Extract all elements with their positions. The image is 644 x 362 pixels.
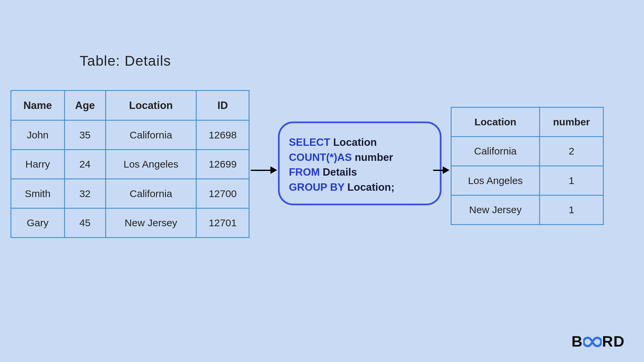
col-number: number [540,107,603,137]
table-row: Los Angeles 1 [451,166,603,195]
col-location: Location [106,90,197,120]
sql-keyword: GROUP BY [289,181,344,192]
cell: 45 [64,208,106,238]
col-id: ID [196,90,249,120]
sql-text: Location [330,136,377,148]
sql-query-box: SELECT Location COUNT(*)AS number FROM D… [278,122,442,205]
cell: 32 [64,179,106,208]
sql-keyword: SELECT [289,136,330,148]
details-table: Name Age Location ID John 35 California … [10,90,250,238]
table-row: Gary 45 New Jersey 12701 [11,208,249,238]
sql-keyword: FROM [289,166,320,178]
brand-part2: RD [602,333,625,351]
infinity-icon [583,337,602,348]
table-row: John 35 California 12698 [11,120,249,150]
cell: 12700 [196,179,249,208]
sql-keyword: COUNT(*)AS [289,151,352,163]
cell: 1 [540,166,603,195]
cell: New Jersey [106,208,197,238]
sql-text: number [352,151,393,163]
cell: Smith [11,179,65,208]
brand-part1: B [572,333,583,351]
table-header-row: Name Age Location ID [11,90,249,120]
cell: 12701 [196,208,249,238]
brand-logo: B RD [572,333,625,351]
col-name: Name [11,90,65,120]
cell: 35 [64,120,106,150]
table-row: Harry 24 Los Angeles 12699 [11,149,249,179]
cell: Gary [11,208,65,238]
cell: New Jersey [451,195,540,225]
cell: California [451,137,540,166]
cell: 2 [540,137,603,166]
cell: California [106,120,197,150]
sql-text: Location; [344,181,394,192]
sql-line: COUNT(*)AS number [289,150,431,165]
table-row: New Jersey 1 [451,195,603,225]
col-age: Age [64,90,106,120]
sql-text: Details [320,166,357,178]
col-location: Location [451,107,540,137]
table-row: Smith 32 California 12700 [11,179,249,208]
cell: Los Angeles [106,149,197,179]
cell: 24 [64,149,106,179]
cell: 12699 [196,149,249,179]
cell: 1 [540,195,603,225]
sql-line: FROM Details [289,165,431,179]
table-row: California 2 [451,137,603,166]
page-title: Table: Details [80,53,171,69]
cell: 12698 [196,120,249,150]
cell: California [106,179,197,208]
result-table: Location number California 2 Los Angeles… [451,107,604,225]
sql-line: GROUP BY Location; [289,180,431,194]
table-header-row: Location number [451,107,603,137]
cell: John [11,120,65,150]
cell: Los Angeles [451,166,540,195]
cell: Harry [11,149,65,179]
sql-line: SELECT Location [289,135,431,150]
